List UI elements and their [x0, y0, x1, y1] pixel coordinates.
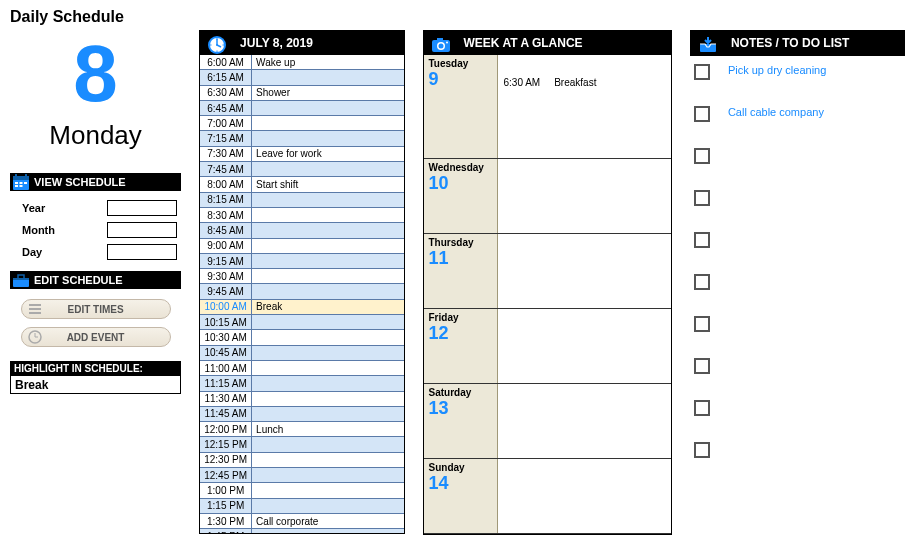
- schedule-time: 6:45 AM: [200, 101, 252, 115]
- week-day[interactable]: Friday12: [424, 309, 671, 384]
- week-day-events: [498, 309, 671, 383]
- highlight-input[interactable]: [10, 376, 181, 394]
- schedule-row[interactable]: 8:30 AM: [200, 208, 403, 223]
- svg-rect-8: [20, 185, 23, 187]
- week-day[interactable]: Saturday13: [424, 384, 671, 459]
- week-day[interactable]: Wednesday10: [424, 159, 671, 234]
- week-day[interactable]: Sunday14: [424, 459, 671, 534]
- schedule-time: 8:00 AM: [200, 177, 252, 191]
- schedule-row[interactable]: 6:30 AMShower: [200, 86, 403, 101]
- schedule-row[interactable]: 6:45 AM: [200, 101, 403, 116]
- schedule-row[interactable]: 12:30 PM: [200, 453, 403, 468]
- note-text[interactable]: Pick up dry cleaning: [728, 64, 826, 76]
- clock-plus-icon: [28, 330, 44, 346]
- schedule-time: 9:30 AM: [200, 269, 252, 283]
- schedule-row[interactable]: 11:30 AM: [200, 392, 403, 407]
- note-row: Call cable company: [690, 98, 905, 140]
- svg-point-30: [438, 44, 443, 49]
- schedule-row[interactable]: 9:15 AM: [200, 254, 403, 269]
- schedule-row[interactable]: 10:15 AM: [200, 315, 403, 330]
- schedule-row[interactable]: 1:30 PMCall corporate: [200, 514, 403, 529]
- schedule-row[interactable]: 9:45 AM: [200, 284, 403, 299]
- schedule-row[interactable]: 11:00 AM: [200, 361, 403, 376]
- week-day-number: 9: [429, 69, 492, 90]
- week-event-title: Breakfast: [554, 77, 596, 88]
- app-title: Daily Schedule: [10, 8, 905, 26]
- schedule-event: Wake up: [252, 55, 403, 69]
- schedule-event: Call corporate: [252, 514, 403, 528]
- month-input[interactable]: [107, 222, 177, 238]
- schedule-row[interactable]: 8:15 AM: [200, 193, 403, 208]
- note-checkbox[interactable]: [694, 400, 710, 416]
- year-label: Year: [22, 202, 45, 214]
- week-day-number: 10: [429, 173, 492, 194]
- schedule-event: [252, 284, 403, 298]
- week-day[interactable]: Thursday11: [424, 234, 671, 309]
- schedule-time: 7:15 AM: [200, 131, 252, 145]
- schedule-row[interactable]: 10:30 AM: [200, 330, 403, 345]
- schedule-time: 8:15 AM: [200, 193, 252, 207]
- schedule-row[interactable]: 6:15 AM: [200, 70, 403, 85]
- schedule-row[interactable]: 8:00 AMStart shift: [200, 177, 403, 192]
- schedule-row[interactable]: 1:15 PM: [200, 499, 403, 514]
- schedule-row[interactable]: 12:45 PM: [200, 468, 403, 483]
- note-row: Pick up dry cleaning: [690, 56, 905, 98]
- schedule-row[interactable]: 11:45 AM: [200, 407, 403, 422]
- schedule-time: 11:15 AM: [200, 376, 252, 390]
- schedule-row[interactable]: 1:45 PM: [200, 529, 403, 533]
- add-event-button[interactable]: ADD EVENT: [21, 327, 171, 347]
- week-day-name: Thursday: [429, 237, 492, 248]
- schedule-time: 1:15 PM: [200, 499, 252, 513]
- schedule-row[interactable]: 7:00 AM: [200, 116, 403, 131]
- schedule-row[interactable]: 8:45 AM: [200, 223, 403, 238]
- week-day-events: [498, 459, 671, 533]
- edit-times-button[interactable]: EDIT TIMES: [21, 299, 171, 319]
- calendar-icon: [10, 171, 32, 193]
- schedule-time: 11:45 AM: [200, 407, 252, 421]
- year-input[interactable]: [107, 200, 177, 216]
- svg-rect-3: [25, 174, 27, 178]
- clock-icon: [206, 34, 228, 56]
- schedule-event: [252, 162, 403, 176]
- note-checkbox[interactable]: [694, 232, 710, 248]
- note-checkbox[interactable]: [694, 106, 710, 122]
- schedule-time: 9:15 AM: [200, 254, 252, 268]
- schedule-row[interactable]: 7:45 AM: [200, 162, 403, 177]
- note-checkbox[interactable]: [694, 442, 710, 458]
- schedule-event: [252, 223, 403, 237]
- schedule-row[interactable]: 6:00 AMWake up: [200, 55, 403, 70]
- edit-times-label: EDIT TIMES: [67, 304, 123, 315]
- svg-point-31: [446, 42, 448, 44]
- schedule-row[interactable]: 10:45 AM: [200, 346, 403, 361]
- schedule-row[interactable]: 9:30 AM: [200, 269, 403, 284]
- view-schedule-label: VIEW SCHEDULE: [34, 176, 126, 188]
- schedule-row[interactable]: 9:00 AM: [200, 239, 403, 254]
- schedule-row[interactable]: 7:30 AMLeave for work: [200, 147, 403, 162]
- schedule-row[interactable]: 11:15 AM: [200, 376, 403, 391]
- day-input[interactable]: [107, 244, 177, 260]
- schedule-row[interactable]: 12:00 PMLunch: [200, 422, 403, 437]
- schedule-row[interactable]: 10:00 AMBreak: [200, 300, 403, 315]
- note-checkbox[interactable]: [694, 148, 710, 164]
- note-row: [690, 182, 905, 224]
- schedule-time: 11:30 AM: [200, 392, 252, 406]
- notes-column: NOTES / TO DO LIST Pick up dry cleaningC…: [690, 30, 905, 476]
- week-day-events: 6:30 AMBreakfast: [498, 55, 671, 158]
- add-event-label: ADD EVENT: [67, 332, 125, 343]
- schedule-row[interactable]: 7:15 AM: [200, 131, 403, 146]
- note-checkbox[interactable]: [694, 358, 710, 374]
- schedule-row[interactable]: 1:00 PM: [200, 483, 403, 498]
- note-checkbox[interactable]: [694, 274, 710, 290]
- note-text[interactable]: Call cable company: [728, 106, 824, 118]
- schedule-time: 12:30 PM: [200, 453, 252, 467]
- note-checkbox[interactable]: [694, 64, 710, 80]
- week-day[interactable]: Tuesday96:30 AMBreakfast: [424, 55, 671, 159]
- note-row: [690, 434, 905, 476]
- week-day-number: 11: [429, 248, 492, 269]
- edit-schedule-label: EDIT SCHEDULE: [34, 274, 123, 286]
- note-checkbox[interactable]: [694, 190, 710, 206]
- note-checkbox[interactable]: [694, 316, 710, 332]
- day-label: Day: [22, 246, 42, 258]
- schedule-event: Start shift: [252, 177, 403, 191]
- schedule-row[interactable]: 12:15 PM: [200, 437, 403, 452]
